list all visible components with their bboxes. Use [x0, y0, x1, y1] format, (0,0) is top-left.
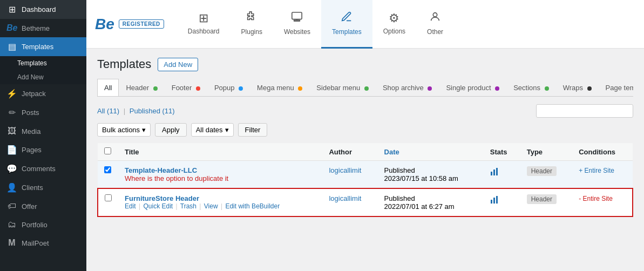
sidebar-item-mailpoet[interactable]: M MailPoet [0, 234, 86, 252]
row2-actions: Edit | Quick Edit | Trash | View | Edit … [125, 202, 316, 210]
sidebar-item-posts[interactable]: ✏ Posts [0, 103, 86, 122]
portfolio-icon: 🗂 [6, 220, 17, 229]
row2-title-link[interactable]: FurnitureStore Header [125, 194, 199, 202]
row1-conditions: + Entire Site [579, 167, 614, 174]
col-conditions: Conditions [572, 143, 633, 161]
templates-table: Title Author Date Stats Type Conditions … [97, 143, 633, 217]
row1-date-status: Published [384, 166, 415, 174]
tab-header[interactable]: Header [119, 79, 164, 96]
topnav-websites[interactable]: Websites [273, 0, 321, 49]
sidebar-item-clients[interactable]: 👤 Clients [0, 178, 86, 197]
offer-icon: 🏷 [6, 201, 17, 211]
logo-area: Be REGISTERED [95, 16, 164, 33]
status-published-link[interactable]: Published (11) [130, 107, 175, 115]
sidebar-item-templates[interactable]: ▤ Templates [0, 37, 86, 56]
row2-author-cell: logicallimit [322, 188, 377, 216]
status-separator: | [124, 107, 125, 115]
main-area: Be REGISTERED ⊞ Dashboard Plugins Websit… [86, 0, 644, 271]
sidebar-submenu: Templates Add New [0, 56, 86, 84]
sidebar-submenu-templates[interactable]: Templates [0, 56, 86, 70]
singleproduct-dot [495, 86, 499, 91]
row1-stats-bars-icon [490, 167, 500, 178]
status-all-link[interactable]: All (11) [97, 107, 119, 115]
sidebar-item-offer[interactable]: 🏷 Offer [0, 197, 86, 215]
col-date[interactable]: Date [378, 143, 484, 161]
topnav-templates[interactable]: Templates [321, 0, 372, 49]
tab-single-product[interactable]: Single product [439, 79, 506, 96]
tab-page-templates[interactable]: Page templates [599, 79, 633, 96]
comments-icon: 💬 [6, 164, 17, 174]
all-dates-dropdown[interactable]: All dates ▾ [191, 123, 234, 137]
betheme-icon: Be [6, 23, 17, 33]
topnav-options[interactable]: ⚙ Options [372, 0, 416, 49]
sidebar-item-comments[interactable]: 💬 Comments [0, 159, 86, 178]
topnav-other[interactable]: Other [416, 0, 454, 49]
add-new-button[interactable]: Add New [158, 58, 198, 71]
row1-checkbox[interactable] [104, 166, 111, 173]
row2-type-badge: Header [527, 194, 557, 204]
topnav-plugins[interactable]: Plugins [231, 0, 273, 49]
sidebar-item-jetpack[interactable]: ⚡ Jetpack [0, 84, 86, 103]
col-type: Type [520, 143, 573, 161]
table-row: FurnitureStore Header Edit | Quick Edit … [98, 188, 633, 216]
row2-checkbox[interactable] [105, 194, 112, 201]
row2-checkbox-cell [98, 188, 118, 216]
footer-dot [196, 86, 200, 91]
row1-title-link[interactable]: Template-Header-LLC [125, 166, 197, 174]
top-nav-items: ⊞ Dashboard Plugins Websites Templates [177, 0, 635, 49]
svg-rect-8 [493, 198, 495, 204]
row2-date-cell: Published 2022/07/01 at 6:27 am [378, 188, 484, 216]
tab-mega-menu[interactable]: Mega menu [250, 79, 309, 96]
sidebar: ⊞ Dashboard Be Betheme ▤ Templates Templ… [0, 0, 86, 271]
row1-author-link[interactable]: logicallimit [329, 166, 361, 174]
col-checkbox [98, 143, 118, 161]
col-author: Author [322, 143, 377, 161]
row2-edit-bebuilder-link[interactable]: Edit with BeBuilder [225, 202, 280, 210]
row2-author-link[interactable]: logicallimit [329, 194, 361, 202]
select-all-checkbox[interactable] [104, 147, 111, 154]
toolbar: Bulk actions ▾ Apply All dates ▾ Filter [97, 123, 633, 137]
filter-button[interactable]: Filter [238, 123, 268, 137]
bulk-actions-dropdown[interactable]: Bulk actions ▾ [97, 123, 151, 137]
tab-sidebar-menu[interactable]: Sidebar menu [309, 79, 376, 96]
row1-title-cell: Template-Header-LLC Where is the option … [118, 161, 322, 189]
wraps-dot [587, 86, 592, 91]
apply-button[interactable]: Apply [155, 123, 187, 137]
topnav-options-icon: ⚙ [389, 11, 399, 25]
topnav-dashboard[interactable]: ⊞ Dashboard [177, 0, 231, 49]
row1-type-cell: Header [520, 161, 573, 189]
posts-icon: ✏ [6, 107, 17, 118]
svg-point-3 [433, 13, 437, 17]
row1-stats-cell [484, 161, 520, 189]
sidebar-item-betheme[interactable]: Be Betheme [0, 19, 86, 37]
row2-quick-edit-link[interactable]: Quick Edit [144, 202, 173, 210]
row2-date-status: Published [384, 194, 415, 202]
topnav-dashboard-icon: ⊞ [199, 11, 208, 25]
row2-trash-link[interactable]: Trash [180, 202, 196, 210]
svg-rect-4 [491, 172, 492, 175]
tab-sections[interactable]: Sections [506, 79, 555, 96]
sections-dot [545, 86, 549, 91]
col-stats: Stats [484, 143, 520, 161]
jetpack-icon: ⚡ [6, 89, 17, 99]
row1-error-message: Where is the option to duplicate it [125, 174, 316, 182]
row2-view-link[interactable]: View [204, 202, 218, 210]
search-input[interactable] [536, 104, 633, 118]
sidebar-item-portfolio[interactable]: 🗂 Portfolio [0, 215, 86, 234]
tab-popup[interactable]: Popup [207, 79, 250, 96]
filter-tabs: All Header Footer Popup Mega menu Sideba… [97, 79, 633, 97]
shoparchive-dot [428, 86, 432, 91]
row2-edit-link[interactable]: Edit [125, 202, 136, 210]
tab-shop-archive[interactable]: Shop archive [376, 79, 439, 96]
sidebar-item-dashboard[interactable]: ⊞ Dashboard [0, 0, 86, 19]
row2-stats-bars-icon [490, 195, 500, 206]
tab-wraps[interactable]: Wraps [556, 79, 599, 96]
mailpoet-icon: M [6, 238, 17, 248]
tab-all[interactable]: All [97, 79, 119, 97]
sidebar-item-pages[interactable]: 📄 Pages [0, 140, 86, 159]
tab-footer[interactable]: Footer [165, 79, 207, 96]
sidebar-submenu-add-new[interactable]: Add New [0, 70, 86, 84]
page-header: Templates Add New [97, 57, 633, 71]
page-title: Templates [97, 57, 151, 71]
sidebar-item-media[interactable]: 🖼 Media [0, 122, 86, 140]
